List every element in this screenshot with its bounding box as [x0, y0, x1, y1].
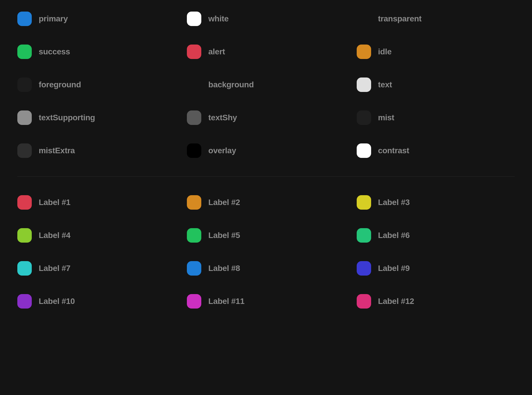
themeColor-row: transparent [357, 12, 515, 26]
labelColor-swatch [357, 195, 371, 210]
themeColor-swatch [357, 77, 371, 92]
labelColor-swatch [187, 261, 201, 276]
themeColor-row: background [187, 77, 345, 92]
themeColor-row: textShy [187, 110, 345, 125]
labelColor-swatch [17, 228, 32, 243]
labelColor-row: Label #6 [357, 228, 515, 243]
themeColor-swatch [17, 12, 32, 26]
labelColor-label: Label #5 [208, 231, 240, 240]
labelColor-row: Label #11 [187, 294, 345, 309]
themeColor-label: alert [208, 47, 225, 56]
themeColor-row: textSupporting [17, 110, 175, 125]
themeColor-row: success [17, 45, 175, 59]
labelColor-row: Label #3 [357, 195, 515, 210]
themeColor-label: overlay [208, 146, 236, 155]
labelColor-label: Label #3 [378, 198, 410, 207]
labelColor-swatch [187, 228, 201, 243]
themeColor-swatch [357, 143, 371, 158]
themeColor-label: idle [378, 47, 392, 56]
themeColor-swatch [17, 143, 32, 158]
themeColor-label: primary [39, 14, 68, 23]
themeColor-swatch [357, 110, 371, 125]
labelColor-swatch [187, 195, 201, 210]
labelColor-label: Label #11 [208, 297, 244, 306]
themeColor-label: background [208, 80, 254, 89]
section-divider [17, 176, 515, 177]
theme-colors-grid: primarywhitetransparentsuccessalertidlef… [17, 12, 515, 158]
themeColor-row: alert [187, 45, 345, 59]
labelColor-swatch [357, 261, 371, 276]
labelColor-row: Label #5 [187, 228, 345, 243]
themeColor-row: text [357, 77, 515, 92]
labelColor-row: Label #1 [17, 195, 175, 210]
themeColor-swatch [187, 45, 201, 59]
themeColor-swatch [187, 110, 201, 125]
labelColor-label: Label #4 [39, 231, 70, 240]
themeColor-label: textShy [208, 113, 237, 122]
labelColor-label: Label #2 [208, 198, 240, 207]
labelColor-swatch [17, 195, 32, 210]
themeColor-label: transparent [378, 14, 422, 23]
labelColor-row: Label #10 [17, 294, 175, 309]
themeColor-swatch [187, 12, 201, 26]
label-colors-grid: Label #1Label #2Label #3Label #4Label #5… [17, 195, 515, 309]
themeColor-row: overlay [187, 143, 345, 158]
labelColor-label: Label #10 [39, 297, 75, 306]
themeColor-swatch [17, 45, 32, 59]
labelColor-swatch [17, 261, 32, 276]
labelColor-swatch [357, 228, 371, 243]
labelColor-label: Label #8 [208, 264, 240, 273]
labelColor-row: Label #9 [357, 261, 515, 276]
themeColor-label: text [378, 80, 392, 89]
labelColor-swatch [357, 294, 371, 309]
themeColor-row: white [187, 12, 345, 26]
themeColor-label: mistExtra [39, 146, 75, 155]
labelColor-label: Label #9 [378, 264, 410, 273]
themeColor-row: mist [357, 110, 515, 125]
themeColor-label: success [39, 47, 70, 56]
themeColor-row: primary [17, 12, 175, 26]
labelColor-row: Label #2 [187, 195, 345, 210]
labelColor-label: Label #6 [378, 231, 410, 240]
themeColor-label: mist [378, 113, 394, 122]
labelColor-label: Label #1 [39, 198, 70, 207]
labelColor-row: Label #7 [17, 261, 175, 276]
themeColor-label: contrast [378, 146, 409, 155]
themeColor-swatch [187, 143, 201, 158]
labelColor-row: Label #8 [187, 261, 345, 276]
labelColor-label: Label #12 [378, 297, 414, 306]
labelColor-row: Label #12 [357, 294, 515, 309]
labelColor-row: Label #4 [17, 228, 175, 243]
themeColor-label: foreground [39, 80, 81, 89]
themeColor-row: mistExtra [17, 143, 175, 158]
themeColor-swatch [17, 77, 32, 92]
themeColor-swatch [357, 12, 371, 26]
themeColor-swatch [187, 77, 201, 92]
labelColor-swatch [17, 294, 32, 309]
themeColor-row: foreground [17, 77, 175, 92]
labelColor-swatch [187, 294, 201, 309]
labelColor-label: Label #7 [39, 264, 70, 273]
themeColor-row: contrast [357, 143, 515, 158]
themeColor-swatch [357, 45, 371, 59]
themeColor-label: white [208, 14, 228, 23]
themeColor-label: textSupporting [39, 113, 95, 122]
themeColor-swatch [17, 110, 32, 125]
themeColor-row: idle [357, 45, 515, 59]
